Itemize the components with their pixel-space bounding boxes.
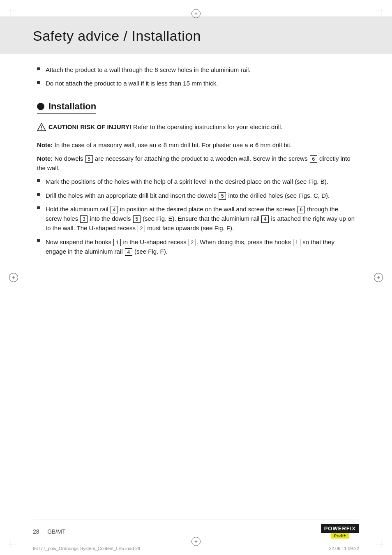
caution-label: CAUTION! RISK OF INJURY! (48, 123, 131, 130)
ref-box-6a: 6 (310, 155, 317, 163)
ref-box-4c: 4 (125, 248, 132, 256)
ref-box-2a: 2 (138, 225, 145, 232)
instruction-bullet-4 (37, 239, 40, 242)
instruction-4: Now suspend the hooks 1 in the U-shaped … (37, 237, 355, 257)
ref-box-2b: 2 (189, 239, 196, 246)
ref-box-6b: 6 (297, 206, 305, 213)
safety-bullet-2-text: Do not attach the product to a wall if i… (46, 79, 218, 88)
safety-bullet-1: Attach the product to a wall through the… (37, 65, 355, 75)
ref-box-1b: 1 (293, 239, 300, 246)
footer-region: GB/MT (47, 528, 65, 535)
file-date: 22.06.11 09:22 (329, 546, 359, 551)
footer-slash (42, 528, 45, 535)
bullet-square-2 (37, 81, 40, 84)
corner-mark-br (372, 535, 385, 548)
safety-bullet-2: Do not attach the product to a wall if i… (37, 79, 355, 88)
note-1-bold: Note: (37, 141, 53, 148)
footer: 28 GB/MT POWERFIX Profi+ (33, 520, 359, 539)
ref-box-4b: 4 (261, 215, 269, 223)
instruction-2: Drill the holes with an appropriate dril… (37, 191, 355, 200)
filename: 66777_pow_Ordnungs-System_Content_LB5.in… (33, 546, 140, 551)
page: Safety advice / Installation Attach the … (0, 0, 392, 555)
bullet-square-1 (37, 67, 40, 70)
footer-left: 28 GB/MT (33, 528, 65, 535)
header-section: Safety advice / Installation (0, 16, 392, 54)
safety-bullet-1-text: Attach the product to a wall through the… (46, 65, 251, 75)
ref-box-3a: 3 (80, 215, 88, 223)
note-1-text: In the case of a masonry wall, use an ø … (55, 141, 292, 148)
instruction-bullet-2 (37, 193, 40, 196)
note-2-text-2: are necessary for attaching the product … (93, 155, 309, 162)
instruction-list: Mark the positions of the holes with the… (37, 177, 355, 256)
corner-mark-tl (7, 7, 20, 20)
page-title: Safety advice / Installation (33, 28, 359, 44)
profi-text: Profi+ (334, 534, 346, 538)
powerfix-logo: POWERFIX Profi+ (321, 524, 359, 539)
installation-title: Installation (48, 101, 96, 112)
circle-mark-top (191, 9, 201, 18)
page-number: 28 (33, 528, 39, 535)
circle-mark-right (374, 273, 383, 282)
caution-body: Refer to the operating instructions for … (131, 123, 283, 130)
ref-box-5c: 5 (133, 215, 141, 223)
installation-heading: Installation (37, 101, 96, 114)
ref-box-1a: 1 (113, 239, 121, 246)
note-2: Note: No dowels 5 are necessary for atta… (37, 154, 355, 173)
installation-circle-bullet (37, 103, 44, 110)
note-2-bold: Note: (37, 155, 53, 162)
circle-mark-left (9, 273, 18, 282)
instruction-1-text: Mark the positions of the holes with the… (46, 177, 328, 186)
note-1: Note: In the case of a masonry wall, use… (37, 140, 355, 150)
powerfix-brand-tier: Profi+ (331, 533, 349, 539)
instruction-3: Hold the aluminium rail 4 in position at… (37, 204, 355, 233)
svg-text:!: ! (41, 125, 42, 130)
triangle-warning-icon: ! (37, 123, 46, 131)
note-2-text-1: No dowels (55, 155, 85, 162)
corner-mark-bl (7, 535, 20, 548)
ref-box-4a: 4 (111, 206, 118, 213)
ref-box-5b: 5 (219, 192, 226, 200)
caution-block: ! CAUTION! RISK OF INJURY! Refer to the … (37, 123, 355, 132)
ref-box-5a: 5 (85, 155, 93, 163)
file-footer: 66777_pow_Ordnungs-System_Content_LB5.in… (33, 546, 359, 551)
instruction-bullet-3 (37, 206, 40, 209)
instruction-3-text: Hold the aluminium rail 4 in position at… (46, 204, 355, 233)
safety-bullets-list: Attach the product to a wall through the… (37, 65, 355, 88)
instruction-4-text: Now suspend the hooks 1 in the U-shaped … (46, 237, 355, 257)
instruction-1: Mark the positions of the holes with the… (37, 177, 355, 186)
powerfix-brand-name: POWERFIX (321, 524, 359, 533)
instruction-bullet-1 (37, 179, 40, 182)
instruction-2-text: Drill the holes with an appropriate dril… (46, 191, 330, 200)
content: Attach the product to a wall through the… (33, 65, 359, 256)
corner-mark-tr (372, 7, 385, 20)
caution-text: CAUTION! RISK OF INJURY! Refer to the op… (48, 123, 283, 132)
